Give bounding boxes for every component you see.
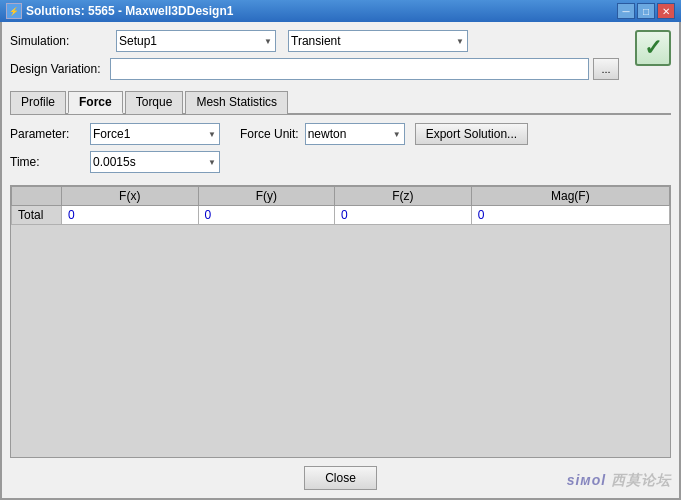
- window-controls: ─ □ ✕: [617, 3, 675, 19]
- time-label: Time:: [10, 155, 90, 169]
- apply-button[interactable]: ✓: [635, 30, 671, 66]
- tab-profile[interactable]: Profile: [10, 91, 66, 114]
- col-header-fx: F(x): [62, 187, 199, 206]
- watermark-chinese: 西莫论坛: [611, 472, 671, 488]
- minimize-button[interactable]: ─: [617, 3, 635, 19]
- cell-fy: 0: [198, 206, 335, 225]
- tabs-container: Profile Force Torque Mesh Statistics: [10, 90, 671, 115]
- simulation-label: Simulation:: [10, 34, 110, 48]
- row-label-total: Total: [12, 206, 62, 225]
- parameter-row: Parameter: Force1 Force Unit: newton Exp…: [10, 123, 671, 145]
- force-tab-content: Parameter: Force1 Force Unit: newton Exp…: [10, 123, 671, 458]
- cell-fx: 0: [62, 206, 199, 225]
- close-button-titlebar[interactable]: ✕: [657, 3, 675, 19]
- parameter-select-wrapper: Force1: [90, 123, 220, 145]
- parameter-select[interactable]: Force1: [90, 123, 220, 145]
- bottom-bar: Close ѕімоl 西莫论坛: [10, 458, 671, 490]
- design-variation-label: Design Variation:: [10, 62, 110, 76]
- cell-magf: 0: [471, 206, 669, 225]
- tab-mesh-statistics[interactable]: Mesh Statistics: [185, 91, 288, 114]
- type-select-wrapper: Transient: [288, 30, 468, 52]
- export-solution-button[interactable]: Export Solution...: [415, 123, 528, 145]
- type-select[interactable]: Transient: [288, 30, 468, 52]
- checkmark-icon: ✓: [644, 37, 662, 59]
- maximize-button[interactable]: □: [637, 3, 655, 19]
- col-header-empty: [12, 187, 62, 206]
- top-form-area: Simulation: Setup1 Transient Design Vari…: [10, 30, 671, 86]
- browse-button[interactable]: ...: [593, 58, 619, 80]
- tab-force[interactable]: Force: [68, 91, 123, 114]
- setup-select[interactable]: Setup1: [116, 30, 276, 52]
- col-header-fy: F(y): [198, 187, 335, 206]
- cell-fz: 0: [335, 206, 472, 225]
- data-table-container: F(x) F(y) F(z) Mag(F) Total 0 0 0 0: [10, 185, 671, 458]
- window-title: Solutions: 5565 - Maxwell3DDesign1: [26, 4, 617, 18]
- time-row: Time: 0.0015s: [10, 151, 671, 173]
- design-variation-row: Design Variation: ...: [10, 58, 619, 80]
- app-icon: ⚡: [6, 3, 22, 19]
- title-bar: ⚡ Solutions: 5565 - Maxwell3DDesign1 ─ □…: [0, 0, 681, 22]
- time-select-wrapper: 0.0015s: [90, 151, 220, 173]
- top-form: Simulation: Setup1 Transient Design Vari…: [10, 30, 619, 86]
- force-unit-select-wrapper: newton: [305, 123, 405, 145]
- time-select[interactable]: 0.0015s: [90, 151, 220, 173]
- main-window: Simulation: Setup1 Transient Design Vari…: [0, 22, 681, 500]
- design-variation-input[interactable]: [110, 58, 589, 80]
- watermark: ѕімоl 西莫论坛: [567, 472, 671, 490]
- simulation-row: Simulation: Setup1 Transient: [10, 30, 619, 52]
- setup-select-wrapper: Setup1: [116, 30, 276, 52]
- col-header-fz: F(z): [335, 187, 472, 206]
- force-unit-select[interactable]: newton: [305, 123, 405, 145]
- tab-torque[interactable]: Torque: [125, 91, 184, 114]
- close-dialog-button[interactable]: Close: [304, 466, 377, 490]
- parameter-label: Parameter:: [10, 127, 90, 141]
- table-row: Total 0 0 0 0: [12, 206, 670, 225]
- force-unit-label: Force Unit:: [240, 127, 299, 141]
- force-data-table: F(x) F(y) F(z) Mag(F) Total 0 0 0 0: [11, 186, 670, 225]
- col-header-magf: Mag(F): [471, 187, 669, 206]
- watermark-simol: ѕімоl: [567, 472, 606, 488]
